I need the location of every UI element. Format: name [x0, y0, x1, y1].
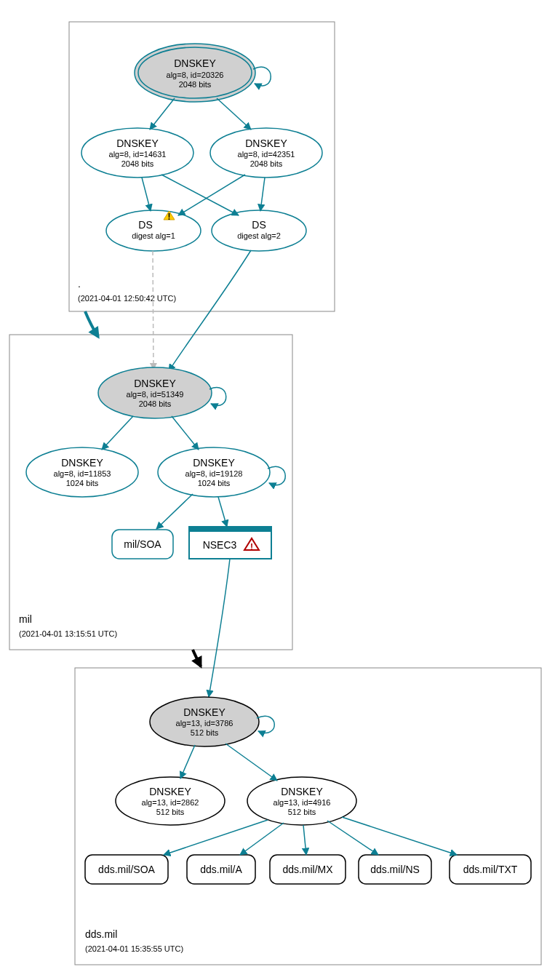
- edge-root-ksk-self: [253, 67, 271, 86]
- edge-zsk2-a: [240, 823, 284, 855]
- edge-root-ksk-zsk1: [150, 98, 175, 130]
- mil-zsk2-node: DNSKEY alg=8, id=19128 1024 bits: [158, 447, 270, 497]
- root-ds2-node: DS digest alg=2: [212, 210, 306, 251]
- svg-point-13: [106, 210, 201, 251]
- dds-soa-record: dds.mil/SOA: [85, 855, 168, 884]
- edge-zsk2-ns: [327, 821, 378, 855]
- svg-text:dds.mil/SOA: dds.mil/SOA: [98, 864, 155, 875]
- svg-text:512 bits: 512 bits: [288, 808, 316, 816]
- svg-text:alg=13, id=2862: alg=13, id=2862: [142, 798, 199, 807]
- dds-ksk-node: DNSKEY alg=13, id=3786 512 bits: [150, 697, 259, 746]
- edge-nsec3-ddsksk: [209, 559, 230, 697]
- svg-text:DNSKEY: DNSKEY: [61, 457, 103, 469]
- zone-root-name: .: [78, 278, 81, 290]
- dds-a-record: dds.mil/A: [187, 855, 255, 884]
- root-ksk-node: DNSKEY alg=8, id=20326 2048 bits: [135, 44, 255, 102]
- svg-text:DNSKEY: DNSKEY: [174, 57, 216, 69]
- svg-text:DNSKEY: DNSKEY: [193, 457, 235, 469]
- mil-nsec3-record: NSEC3 !: [189, 527, 271, 559]
- svg-text:512 bits: 512 bits: [191, 728, 219, 737]
- dds-mx-record: dds.mil/MX: [270, 855, 346, 884]
- edge-zsk1-ds1: [142, 178, 151, 211]
- edge-mil-ksk-zsk1: [102, 416, 133, 450]
- svg-text:!: !: [250, 542, 253, 552]
- dds-txt-record: dds.mil/TXT: [450, 855, 531, 884]
- zone-root-timestamp: (2021-04-01 12:50:42 UTC): [78, 294, 176, 303]
- svg-text:alg=8, id=14631: alg=8, id=14631: [109, 150, 167, 159]
- svg-text:DNSKEY: DNSKEY: [281, 786, 323, 797]
- edge-mil-zsk2-self: [268, 466, 285, 485]
- svg-text:DNSKEY: DNSKEY: [116, 138, 159, 149]
- svg-text:alg=8, id=11853: alg=8, id=11853: [54, 469, 111, 478]
- svg-text:DNSKEY: DNSKEY: [134, 378, 176, 389]
- svg-text:dds.mil/A: dds.mil/A: [200, 864, 242, 875]
- svg-rect-35: [189, 527, 271, 532]
- svg-text:alg=8, id=51349: alg=8, id=51349: [127, 390, 184, 399]
- edge-mil-ksk-self: [209, 388, 226, 406]
- svg-text:2048 bits: 2048 bits: [139, 399, 172, 408]
- edge-root-ksk-zsk2: [217, 98, 251, 130]
- mil-ksk-node: DNSKEY alg=8, id=51349 2048 bits: [98, 367, 212, 418]
- zone-dds-name: dds.mil: [85, 928, 117, 940]
- svg-point-17: [212, 210, 306, 251]
- edge-zsk2-nsec3: [218, 497, 227, 527]
- dds-ns-record: dds.mil/NS: [359, 855, 431, 884]
- edge-ds2-milksk: [169, 250, 251, 371]
- svg-text:dds.mil/NS: dds.mil/NS: [370, 864, 420, 875]
- svg-text:DS: DS: [138, 219, 152, 231]
- edge-zsk1-ds2: [161, 175, 239, 215]
- svg-text:alg=13, id=4916: alg=13, id=4916: [274, 798, 331, 807]
- svg-text:alg=8, id=19128: alg=8, id=19128: [185, 469, 243, 478]
- edge-zsk2-mx: [303, 825, 306, 855]
- edge-zsk2-soa: [156, 494, 193, 529]
- edge-zsk2-ds2: [260, 178, 265, 211]
- dds-zsk2-node: DNSKEY alg=13, id=4916 512 bits: [247, 777, 356, 825]
- svg-text:1024 bits: 1024 bits: [66, 479, 99, 487]
- svg-text:2048 bits: 2048 bits: [121, 159, 154, 168]
- svg-text:!: !: [168, 212, 171, 222]
- dnssec-diagram: . (2021-04-01 12:50:42 UTC) DNSKEY alg=8…: [0, 0, 547, 980]
- mil-soa-record: mil/SOA: [112, 530, 173, 559]
- svg-text:alg=8, id=20326: alg=8, id=20326: [167, 71, 224, 79]
- zone-mil-timestamp: (2021-04-01 13:15:51 UTC): [19, 629, 117, 638]
- svg-text:dds.mil/MX: dds.mil/MX: [282, 864, 333, 875]
- svg-text:digest alg=2: digest alg=2: [237, 231, 281, 240]
- edge-ds1-milksk: [153, 251, 153, 370]
- root-zsk2-node: DNSKEY alg=8, id=42351 2048 bits: [210, 128, 322, 178]
- svg-text:NSEC3: NSEC3: [203, 539, 237, 551]
- svg-text:2048 bits: 2048 bits: [250, 159, 283, 168]
- svg-text:DS: DS: [252, 219, 265, 231]
- svg-text:alg=8, id=42351: alg=8, id=42351: [238, 150, 295, 159]
- svg-text:1024 bits: 1024 bits: [198, 479, 231, 487]
- svg-text:DNSKEY: DNSKEY: [245, 138, 287, 149]
- svg-text:digest alg=1: digest alg=1: [132, 231, 175, 240]
- edge-dds-ksk-zsk2: [225, 744, 277, 781]
- edge-zsk2-txt: [342, 817, 457, 855]
- edge-root-to-mil: [85, 311, 98, 337]
- zone-dds-timestamp: (2021-04-01 15:35:55 UTC): [85, 944, 183, 953]
- dds-zsk1-node: DNSKEY alg=13, id=2862 512 bits: [116, 777, 225, 825]
- svg-text:alg=13, id=3786: alg=13, id=3786: [176, 719, 233, 728]
- svg-text:2048 bits: 2048 bits: [179, 80, 212, 89]
- root-ds1-node: DS digest alg=1 !: [106, 210, 201, 251]
- svg-text:dds.mil/TXT: dds.mil/TXT: [463, 864, 518, 875]
- edge-mil-ksk-zsk2: [172, 416, 199, 450]
- edge-zsk2-ds1: [178, 175, 245, 215]
- mil-zsk1-node: DNSKEY alg=8, id=11853 1024 bits: [26, 447, 138, 497]
- svg-text:DNSKEY: DNSKEY: [149, 786, 191, 797]
- svg-text:DNSKEY: DNSKEY: [183, 706, 225, 718]
- svg-text:mil/SOA: mil/SOA: [124, 538, 161, 550]
- edge-dds-ksk-zsk1: [180, 745, 195, 778]
- root-zsk1-node: DNSKEY alg=8, id=14631 2048 bits: [81, 128, 193, 178]
- zone-mil-name: mil: [19, 613, 32, 625]
- edge-mil-to-dds: [193, 650, 201, 666]
- svg-text:512 bits: 512 bits: [156, 808, 185, 816]
- edge-dds-ksk-self: [257, 716, 274, 733]
